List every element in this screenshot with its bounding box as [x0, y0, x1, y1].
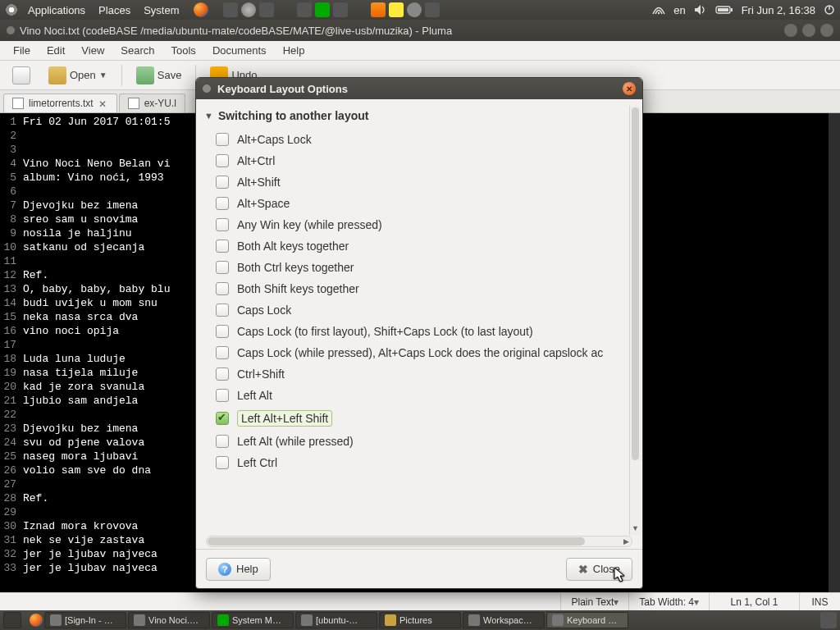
layout-option[interactable]: Alt+Caps Lock: [216, 129, 626, 150]
taskbar-item[interactable]: [Sign-In - …: [44, 612, 126, 628]
menu-file[interactable]: File: [5, 44, 39, 57]
launcher-icon[interactable]: [425, 2, 440, 17]
close-button[interactable]: [820, 24, 833, 37]
checkbox[interactable]: [216, 435, 229, 448]
layout-option[interactable]: Alt+Shift: [216, 171, 626, 193]
taskbar-item[interactable]: Vino Noci.…: [128, 612, 210, 628]
checkbox[interactable]: [216, 412, 229, 425]
menu-view[interactable]: View: [73, 44, 112, 57]
keyboard-layout-options-dialog: Keyboard Layout Options ✕ ▼ Switching to…: [195, 77, 643, 589]
show-desktop-button[interactable]: [3, 612, 21, 628]
taskbar-item[interactable]: Keyboard …: [546, 612, 628, 628]
layout-option[interactable]: Caps Lock (while pressed), Alt+Caps Lock…: [216, 342, 626, 363]
document-tab[interactable]: ex-YU.l: [119, 94, 185, 112]
battery-icon[interactable]: [715, 5, 733, 15]
bottom-panel: [Sign-In - … Vino Noci.… System M… [ubun…: [0, 610, 840, 630]
menu-system[interactable]: System: [137, 4, 185, 16]
checkbox[interactable]: [216, 197, 229, 210]
distributor-logo-icon[interactable]: [5, 3, 18, 16]
menu-edit[interactable]: Edit: [39, 44, 73, 57]
help-button[interactable]: ? Help: [206, 558, 271, 581]
app-icon: [301, 614, 313, 626]
layout-option[interactable]: Ctrl+Shift: [216, 363, 626, 385]
clock[interactable]: Fri Jun 2, 16:38: [742, 4, 815, 16]
launcher-icon[interactable]: [333, 2, 348, 17]
checkbox[interactable]: [216, 325, 229, 338]
shutdown-icon[interactable]: [824, 4, 835, 16]
layout-option[interactable]: Left Alt: [216, 385, 626, 406]
launcher-icon[interactable]: [223, 2, 238, 17]
checkbox[interactable]: [216, 133, 229, 146]
vlc-launcher-icon[interactable]: [371, 2, 386, 17]
launcher-icon[interactable]: [407, 2, 422, 17]
taskbar-item[interactable]: [ubuntu-…: [295, 612, 377, 628]
network-icon[interactable]: [652, 5, 665, 15]
maximize-button[interactable]: [802, 24, 815, 37]
save-button[interactable]: Save: [129, 63, 189, 88]
launcher-icon[interactable]: [315, 2, 330, 17]
checkbox[interactable]: [216, 456, 229, 469]
layout-option[interactable]: Left Alt+Left Shift: [216, 406, 626, 431]
new-button[interactable]: [5, 63, 38, 88]
checkbox[interactable]: [216, 389, 229, 402]
menu-help[interactable]: Help: [275, 44, 313, 57]
launcher-icon[interactable]: [297, 2, 312, 17]
layout-option[interactable]: Alt+Space: [216, 193, 626, 214]
checkbox[interactable]: [216, 176, 229, 189]
layout-option[interactable]: Left Ctrl: [216, 452, 626, 473]
launcher-icon[interactable]: [259, 2, 274, 17]
layout-option[interactable]: Any Win key (while pressed): [216, 214, 626, 235]
vertical-scrollbar[interactable]: ▲ ▼: [629, 106, 641, 536]
volume-icon[interactable]: [694, 4, 707, 16]
layout-option[interactable]: Caps Lock (to first layout), Shift+Caps …: [216, 321, 626, 342]
close-button[interactable]: ✖ Close: [566, 558, 632, 581]
checkbox[interactable]: [216, 304, 229, 317]
checkbox[interactable]: [216, 261, 229, 274]
scroll-down-icon[interactable]: ▼: [630, 524, 641, 536]
layout-option[interactable]: Caps Lock: [216, 299, 626, 321]
minimize-button[interactable]: [784, 24, 797, 37]
dialog-close-icon[interactable]: ✕: [623, 82, 636, 95]
syntax-selector[interactable]: Plain Text: [560, 593, 628, 610]
taskbar-item[interactable]: Pictures: [379, 612, 461, 628]
horizontal-scrollbar[interactable]: ◀ ▶: [206, 536, 632, 547]
layout-option[interactable]: Left Alt (while pressed): [216, 431, 626, 452]
menu-tools[interactable]: Tools: [163, 44, 204, 57]
option-label: Left Alt+Left Shift: [237, 410, 332, 427]
menu-places[interactable]: Places: [92, 4, 137, 16]
open-button[interactable]: Open▼: [41, 63, 115, 88]
chevron-down-icon[interactable]: ▼: [99, 71, 107, 80]
layout-option[interactable]: Both Shift keys together: [216, 278, 626, 299]
firefox-taskbar-icon[interactable]: [30, 614, 43, 627]
launcher-icon[interactable]: [389, 2, 404, 17]
taskbar-item[interactable]: System M…: [212, 612, 294, 628]
tray-icon[interactable]: [820, 612, 837, 628]
checkbox[interactable]: [216, 218, 229, 231]
tabwidth-selector[interactable]: Tab Width: 4: [628, 593, 709, 610]
layout-option[interactable]: Alt+Ctrl: [216, 150, 626, 171]
scrollbar-thumb[interactable]: [632, 107, 639, 460]
document-tab[interactable]: limetorrents.txt✕: [3, 94, 117, 112]
section-expander[interactable]: ▼ Switching to another layout: [204, 106, 626, 129]
insert-mode[interactable]: INS: [799, 593, 840, 610]
menu-applications[interactable]: Applications: [21, 4, 92, 16]
checkbox[interactable]: [216, 368, 229, 381]
editor-scrollbar[interactable]: [829, 113, 840, 592]
taskbar-item[interactable]: Workspac…: [463, 612, 545, 628]
layout-option[interactable]: Both Ctrl keys together: [216, 257, 626, 278]
menu-search[interactable]: Search: [112, 44, 162, 57]
menu-documents[interactable]: Documents: [204, 44, 275, 57]
tab-close-icon[interactable]: ✕: [98, 98, 108, 108]
checkbox[interactable]: [216, 282, 229, 295]
launcher-icon[interactable]: [241, 2, 256, 17]
firefox-launcher-icon[interactable]: [194, 2, 208, 17]
dialog-titlebar[interactable]: Keyboard Layout Options ✕: [196, 78, 642, 99]
checkbox[interactable]: [216, 154, 229, 167]
scroll-right-icon[interactable]: ▶: [620, 536, 632, 546]
keyboard-indicator[interactable]: en: [673, 4, 685, 16]
scrollbar-thumb[interactable]: [208, 537, 585, 546]
window-titlebar[interactable]: Vino Noci.txt (codeBASE /media/ubuntu-ma…: [0, 20, 840, 41]
checkbox[interactable]: [216, 240, 229, 253]
checkbox[interactable]: [216, 346, 229, 359]
layout-option[interactable]: Both Alt keys together: [216, 235, 626, 257]
